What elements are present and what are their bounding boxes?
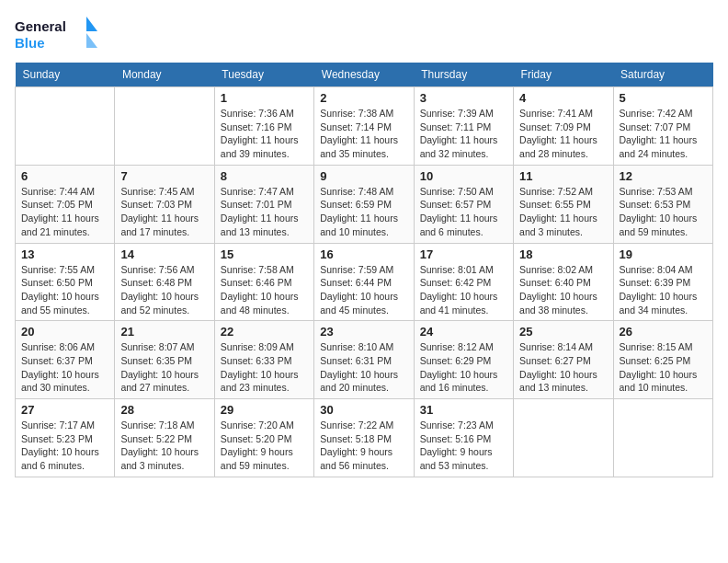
cell-info: Sunrise: 8:09 AM Sunset: 6:33 PM Dayligh… bbox=[221, 340, 308, 395]
calendar-cell: 5Sunrise: 7:42 AM Sunset: 7:07 PM Daylig… bbox=[613, 87, 712, 166]
logo: General Blue bbox=[15, 15, 97, 55]
cell-info: Sunrise: 7:36 AM Sunset: 7:16 PM Dayligh… bbox=[221, 107, 308, 161]
cell-info: Sunrise: 8:15 AM Sunset: 6:25 PM Dayligh… bbox=[620, 340, 707, 395]
calendar-cell: 28Sunrise: 7:18 AM Sunset: 5:22 PM Dayli… bbox=[115, 399, 214, 477]
day-number: 3 bbox=[420, 91, 507, 105]
week-row-5: 27Sunrise: 7:17 AM Sunset: 5:23 PM Dayli… bbox=[16, 399, 713, 477]
calendar-cell: 7Sunrise: 7:45 AM Sunset: 7:03 PM Daylig… bbox=[115, 165, 214, 243]
day-number: 9 bbox=[320, 169, 407, 183]
calendar-cell bbox=[613, 399, 712, 477]
cell-info: Sunrise: 7:47 AM Sunset: 7:01 PM Dayligh… bbox=[221, 185, 308, 239]
day-number: 14 bbox=[120, 247, 208, 261]
calendar-cell: 31Sunrise: 7:23 AM Sunset: 5:16 PM Dayli… bbox=[414, 399, 513, 477]
cell-info: Sunrise: 8:02 AM Sunset: 6:40 PM Dayligh… bbox=[519, 263, 607, 317]
cell-info: Sunrise: 7:55 AM Sunset: 6:50 PM Dayligh… bbox=[21, 263, 108, 317]
calendar-cell: 10Sunrise: 7:50 AM Sunset: 6:57 PM Dayli… bbox=[414, 165, 513, 243]
header-row: SundayMondayTuesdayWednesdayThursdayFrid… bbox=[16, 63, 713, 87]
cell-info: Sunrise: 8:07 AM Sunset: 6:35 PM Dayligh… bbox=[120, 340, 208, 395]
calendar-cell: 11Sunrise: 7:52 AM Sunset: 6:55 PM Dayli… bbox=[514, 165, 613, 243]
cell-info: Sunrise: 8:06 AM Sunset: 6:37 PM Dayligh… bbox=[21, 340, 108, 395]
cell-info: Sunrise: 7:44 AM Sunset: 7:05 PM Dayligh… bbox=[21, 185, 108, 239]
cell-info: Sunrise: 7:52 AM Sunset: 6:55 PM Dayligh… bbox=[519, 185, 607, 239]
cell-info: Sunrise: 7:42 AM Sunset: 7:07 PM Dayligh… bbox=[620, 107, 707, 161]
day-number: 5 bbox=[620, 91, 707, 105]
calendar-cell bbox=[514, 399, 613, 477]
calendar-cell: 20Sunrise: 8:06 AM Sunset: 6:37 PM Dayli… bbox=[16, 321, 115, 399]
cell-info: Sunrise: 7:45 AM Sunset: 7:03 PM Dayligh… bbox=[120, 185, 208, 239]
day-number: 12 bbox=[620, 169, 707, 183]
cell-info: Sunrise: 7:53 AM Sunset: 6:53 PM Dayligh… bbox=[620, 185, 707, 239]
calendar-cell bbox=[16, 87, 115, 166]
cell-info: Sunrise: 7:20 AM Sunset: 5:20 PM Dayligh… bbox=[221, 419, 308, 473]
calendar-table: SundayMondayTuesdayWednesdayThursdayFrid… bbox=[15, 63, 713, 477]
day-number: 15 bbox=[221, 247, 308, 261]
day-number: 16 bbox=[320, 247, 407, 261]
day-number: 31 bbox=[420, 403, 507, 417]
day-number: 6 bbox=[21, 169, 108, 183]
calendar-cell: 23Sunrise: 8:10 AM Sunset: 6:31 PM Dayli… bbox=[314, 321, 414, 399]
calendar-cell: 12Sunrise: 7:53 AM Sunset: 6:53 PM Dayli… bbox=[613, 165, 712, 243]
page-header: General Blue bbox=[15, 15, 713, 55]
calendar-cell: 6Sunrise: 7:44 AM Sunset: 7:05 PM Daylig… bbox=[16, 165, 115, 243]
calendar-header: SundayMondayTuesdayWednesdayThursdayFrid… bbox=[16, 63, 713, 87]
week-row-3: 13Sunrise: 7:55 AM Sunset: 6:50 PM Dayli… bbox=[16, 243, 713, 321]
cell-info: Sunrise: 8:10 AM Sunset: 6:31 PM Dayligh… bbox=[320, 340, 407, 395]
cell-info: Sunrise: 7:48 AM Sunset: 6:59 PM Dayligh… bbox=[320, 185, 407, 239]
day-number: 7 bbox=[120, 169, 208, 183]
calendar-cell: 27Sunrise: 7:17 AM Sunset: 5:23 PM Dayli… bbox=[16, 399, 115, 477]
cell-info: Sunrise: 7:18 AM Sunset: 5:22 PM Dayligh… bbox=[120, 419, 208, 473]
week-row-4: 20Sunrise: 8:06 AM Sunset: 6:37 PM Dayli… bbox=[16, 321, 713, 399]
cell-info: Sunrise: 8:12 AM Sunset: 6:29 PM Dayligh… bbox=[420, 340, 507, 395]
day-number: 30 bbox=[320, 403, 407, 417]
day-number: 2 bbox=[320, 91, 407, 105]
col-header-tuesday: Tuesday bbox=[214, 63, 313, 87]
calendar-body: 1Sunrise: 7:36 AM Sunset: 7:16 PM Daylig… bbox=[16, 87, 713, 477]
day-number: 27 bbox=[21, 403, 108, 417]
day-number: 18 bbox=[519, 247, 607, 261]
calendar-cell: 1Sunrise: 7:36 AM Sunset: 7:16 PM Daylig… bbox=[214, 87, 313, 166]
cell-info: Sunrise: 7:59 AM Sunset: 6:44 PM Dayligh… bbox=[320, 263, 407, 317]
calendar-cell: 9Sunrise: 7:48 AM Sunset: 6:59 PM Daylig… bbox=[314, 165, 414, 243]
cell-info: Sunrise: 8:14 AM Sunset: 6:27 PM Dayligh… bbox=[519, 340, 607, 395]
col-header-sunday: Sunday bbox=[16, 63, 115, 87]
calendar-cell: 3Sunrise: 7:39 AM Sunset: 7:11 PM Daylig… bbox=[414, 87, 513, 166]
calendar-cell: 17Sunrise: 8:01 AM Sunset: 6:42 PM Dayli… bbox=[414, 243, 513, 321]
cell-info: Sunrise: 7:22 AM Sunset: 5:18 PM Dayligh… bbox=[320, 419, 407, 473]
day-number: 25 bbox=[519, 325, 607, 339]
day-number: 8 bbox=[221, 169, 308, 183]
day-number: 17 bbox=[420, 247, 507, 261]
day-number: 23 bbox=[320, 325, 407, 339]
day-number: 28 bbox=[120, 403, 208, 417]
calendar-cell: 16Sunrise: 7:59 AM Sunset: 6:44 PM Dayli… bbox=[314, 243, 414, 321]
day-number: 24 bbox=[420, 325, 507, 339]
week-row-2: 6Sunrise: 7:44 AM Sunset: 7:05 PM Daylig… bbox=[16, 165, 713, 243]
cell-info: Sunrise: 7:39 AM Sunset: 7:11 PM Dayligh… bbox=[420, 107, 507, 161]
calendar-cell: 15Sunrise: 7:58 AM Sunset: 6:46 PM Dayli… bbox=[214, 243, 313, 321]
calendar-cell: 4Sunrise: 7:41 AM Sunset: 7:09 PM Daylig… bbox=[514, 87, 613, 166]
calendar-cell: 21Sunrise: 8:07 AM Sunset: 6:35 PM Dayli… bbox=[115, 321, 214, 399]
svg-text:Blue: Blue bbox=[15, 35, 45, 51]
day-number: 20 bbox=[21, 325, 108, 339]
day-number: 19 bbox=[620, 247, 707, 261]
day-number: 4 bbox=[519, 91, 607, 105]
col-header-monday: Monday bbox=[115, 63, 214, 87]
week-row-1: 1Sunrise: 7:36 AM Sunset: 7:16 PM Daylig… bbox=[16, 87, 713, 166]
cell-info: Sunrise: 8:01 AM Sunset: 6:42 PM Dayligh… bbox=[420, 263, 507, 317]
day-number: 1 bbox=[221, 91, 308, 105]
cell-info: Sunrise: 7:41 AM Sunset: 7:09 PM Dayligh… bbox=[519, 107, 607, 161]
day-number: 11 bbox=[519, 169, 607, 183]
calendar-cell: 8Sunrise: 7:47 AM Sunset: 7:01 PM Daylig… bbox=[214, 165, 313, 243]
svg-marker-2 bbox=[86, 17, 97, 31]
calendar-cell: 22Sunrise: 8:09 AM Sunset: 6:33 PM Dayli… bbox=[214, 321, 313, 399]
day-number: 10 bbox=[420, 169, 507, 183]
cell-info: Sunrise: 7:38 AM Sunset: 7:14 PM Dayligh… bbox=[320, 107, 407, 161]
calendar-cell: 25Sunrise: 8:14 AM Sunset: 6:27 PM Dayli… bbox=[514, 321, 613, 399]
day-number: 26 bbox=[620, 325, 707, 339]
day-number: 22 bbox=[221, 325, 308, 339]
calendar-cell: 18Sunrise: 8:02 AM Sunset: 6:40 PM Dayli… bbox=[514, 243, 613, 321]
calendar-cell: 30Sunrise: 7:22 AM Sunset: 5:18 PM Dayli… bbox=[314, 399, 414, 477]
col-header-wednesday: Wednesday bbox=[314, 63, 414, 87]
col-header-saturday: Saturday bbox=[613, 63, 712, 87]
cell-info: Sunrise: 7:56 AM Sunset: 6:48 PM Dayligh… bbox=[120, 263, 208, 317]
calendar-cell: 14Sunrise: 7:56 AM Sunset: 6:48 PM Dayli… bbox=[115, 243, 214, 321]
